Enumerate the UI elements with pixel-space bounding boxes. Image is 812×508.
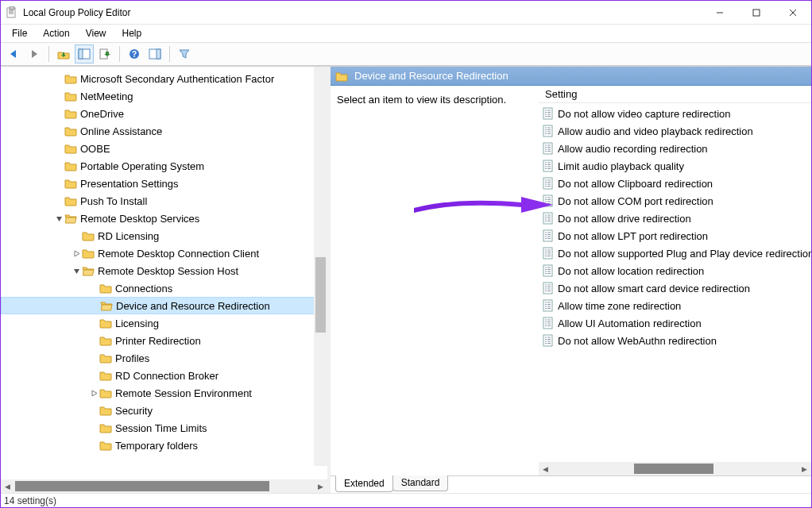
tree-item[interactable]: Presentation Settings [1, 175, 327, 192]
policy-setting-item[interactable]: Do not allow drive redirection [539, 210, 811, 227]
svg-rect-43 [543, 160, 552, 171]
tree-item[interactable]: RD Licensing [1, 227, 327, 244]
folder-open-icon [64, 212, 77, 225]
svg-rect-97 [543, 265, 552, 276]
tree-item[interactable]: RD Connection Broker [1, 367, 327, 384]
back-icon[interactable] [4, 44, 23, 64]
policy-setting-item[interactable]: Do not allow supported Plug and Play dev… [539, 244, 811, 262]
show-hide-tree-icon[interactable] [75, 44, 94, 64]
tree-item[interactable]: Portable Operating System [1, 157, 327, 175]
scroll-right-icon[interactable]: ▶ [798, 462, 811, 475]
up-folder-icon[interactable] [54, 44, 73, 64]
tree-item-label: Connections [115, 283, 172, 294]
folder-icon [64, 125, 77, 137]
scroll-right-icon[interactable]: ▶ [314, 479, 327, 493]
scrollbar-thumb[interactable] [315, 257, 326, 333]
tree-item[interactable]: Connections [1, 279, 327, 297]
menu-file[interactable]: File [4, 26, 35, 40]
folder-icon [82, 247, 95, 260]
folder-icon [64, 177, 77, 190]
folder-icon [99, 352, 112, 364]
svg-rect-34 [543, 143, 552, 154]
policy-icon [542, 177, 555, 190]
policy-setting-item[interactable]: Do not allow WebAuthn redirection [539, 332, 811, 349]
tree-item[interactable]: Security [1, 402, 327, 419]
tree-item[interactable]: Temporary folders [1, 437, 327, 454]
policy-icon [542, 107, 555, 120]
folder-icon [99, 369, 112, 382]
policy-setting-item[interactable]: Do not allow smart card device redirecti… [539, 279, 811, 297]
tree-item[interactable]: Remote Desktop Connection Client [1, 244, 327, 262]
tree-item-label: Remote Desktop Session Host [98, 265, 238, 277]
tree-item[interactable]: Licensing [1, 314, 327, 332]
tree-item-label: NetMeeting [80, 90, 133, 102]
toolbar-separator [48, 46, 49, 62]
policy-setting-item[interactable]: Allow audio recording redirection [539, 140, 811, 157]
scrollbar-thumb[interactable] [634, 464, 713, 474]
scrollbar-thumb[interactable] [15, 481, 269, 491]
policy-setting-item[interactable]: Do not allow COM port redirection [539, 192, 811, 210]
tab-standard[interactable]: Standard [392, 475, 449, 491]
policy-setting-label: Allow UI Automation redirection [558, 318, 702, 329]
tree-item[interactable]: NetMeeting [1, 87, 327, 105]
policy-setting-item[interactable]: Do not allow Clipboard redirection [539, 175, 811, 192]
tree-item[interactable]: OOBE [1, 140, 327, 157]
policy-setting-label: Allow audio and video playback redirecti… [558, 125, 753, 137]
tree-item[interactable]: Remote Session Environment [1, 384, 327, 402]
policy-setting-item[interactable]: Allow time zone redirection [539, 297, 811, 314]
folder-icon [99, 421, 112, 434]
window-title: Local Group Policy Editor [23, 7, 130, 18]
filter-icon[interactable] [175, 44, 194, 64]
svg-text:?: ? [132, 50, 137, 59]
menu-view[interactable]: View [78, 26, 114, 40]
help-icon[interactable]: ? [125, 44, 144, 64]
tree-item-label: Printer Redirection [115, 335, 201, 347]
folder-icon [64, 160, 77, 172]
settings-list[interactable]: Do not allow video capture redirectionAl… [539, 103, 811, 462]
column-header-label: Setting [545, 88, 577, 100]
scroll-left-icon[interactable]: ◀ [539, 462, 552, 475]
show-hide-action-icon[interactable] [145, 44, 164, 64]
tree-body[interactable]: Microsoft Secondary Authentication Facto… [1, 67, 327, 479]
policy-icon [542, 299, 555, 312]
maximize-button[interactable] [738, 1, 775, 25]
list-horizontal-scrollbar[interactable]: ◀ ▶ [539, 462, 811, 475]
svg-rect-16 [543, 108, 552, 119]
tree-item[interactable]: Device and Resource Redirection [1, 297, 327, 314]
menu-action[interactable]: Action [35, 26, 77, 40]
tree-item[interactable]: OneDrive [1, 105, 327, 122]
tree-vertical-scrollbar[interactable] [314, 67, 327, 466]
toolbar: ? [1, 42, 811, 66]
column-header-setting[interactable]: Setting [539, 86, 811, 103]
chevron-right-icon[interactable] [88, 390, 99, 397]
chevron-right-icon[interactable] [71, 250, 82, 257]
tree-item[interactable]: Profiles [1, 349, 327, 367]
tree-item[interactable]: Microsoft Secondary Authentication Facto… [1, 70, 327, 87]
close-button[interactable] [775, 1, 811, 25]
tree-item[interactable]: Remote Desktop Session Host [1, 262, 327, 279]
chevron-down-icon[interactable] [71, 267, 82, 275]
export-list-icon[interactable] [95, 44, 114, 64]
tree-item-label: Push To Install [80, 195, 147, 207]
tree-horizontal-scrollbar[interactable]: ◀ ▶ [1, 479, 327, 493]
policy-setting-item[interactable]: Do not allow location redirection [539, 262, 811, 279]
minimize-button[interactable] [702, 1, 738, 25]
policy-setting-item[interactable]: Do not allow LPT port redirection [539, 227, 811, 244]
tree-pane: Microsoft Secondary Authentication Facto… [1, 67, 331, 493]
policy-setting-item[interactable]: Limit audio playback quality [539, 157, 811, 175]
policy-setting-item[interactable]: Allow UI Automation redirection [539, 314, 811, 332]
menu-help[interactable]: Help [114, 26, 150, 40]
tree-item[interactable]: Online Assistance [1, 122, 327, 140]
tree-item[interactable]: Session Time Limits [1, 419, 327, 437]
tree-item[interactable]: Push To Install [1, 192, 327, 210]
scroll-left-icon[interactable]: ◀ [1, 479, 14, 493]
tab-extended[interactable]: Extended [335, 475, 393, 492]
tree-item[interactable]: Remote Desktop Services [1, 210, 327, 227]
tree-item[interactable]: Printer Redirection [1, 332, 327, 349]
forward-icon[interactable] [25, 44, 44, 64]
policy-setting-item[interactable]: Allow audio and video playback redirecti… [539, 122, 811, 140]
policy-setting-item[interactable]: Do not allow video capture redirection [539, 105, 811, 122]
chevron-down-icon[interactable] [53, 215, 64, 222]
title-bar: Local Group Policy Editor [1, 1, 811, 25]
policy-icon [542, 160, 555, 172]
